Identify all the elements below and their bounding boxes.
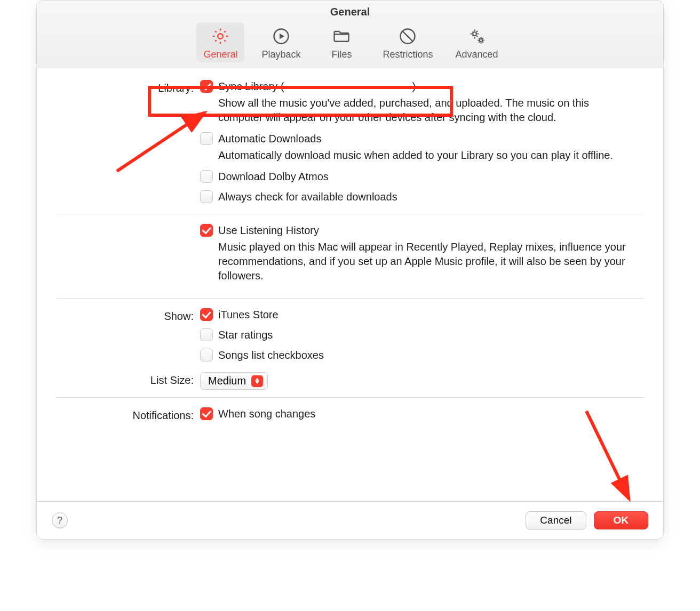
cancel-button[interactable]: Cancel — [526, 511, 586, 529]
always-check-checkbox[interactable] — [200, 190, 213, 203]
list-size-value: Medium — [208, 375, 246, 387]
footer: ? Cancel OK — [37, 501, 663, 539]
itunes-store-row: iTunes Store — [200, 308, 644, 321]
tab-general[interactable]: General — [196, 22, 244, 62]
listening-history-checkbox[interactable] — [200, 224, 213, 237]
always-check-row: Always check for available downloads — [200, 190, 644, 203]
tab-files[interactable]: Files — [317, 22, 365, 62]
tab-label: General — [203, 49, 237, 60]
list-size-label: List Size: — [56, 372, 200, 390]
divider — [56, 397, 644, 398]
sync-library-text-before: Sync Library ( — [218, 81, 284, 92]
gear-icon — [210, 26, 231, 47]
gears-icon — [466, 26, 488, 47]
tab-label: Playback — [261, 49, 300, 60]
sync-library-label: Sync Library () — [218, 81, 416, 93]
ok-button[interactable]: OK — [594, 511, 649, 529]
chevron-up-down-icon — [251, 375, 263, 387]
song-changes-row: When song changes — [200, 407, 644, 420]
listening-history-row: Use Listening History — [200, 224, 644, 237]
tab-label: Files — [331, 49, 352, 60]
itunes-store-checkbox[interactable] — [200, 308, 213, 321]
sync-library-row: Sync Library () — [200, 80, 644, 93]
tab-label: Advanced — [456, 49, 498, 60]
notifications-label: Notifications: — [56, 407, 200, 423]
dolby-row: Download Dolby Atmos — [200, 170, 644, 183]
library-section: Library: Sync Library () Show all the mu… — [56, 80, 644, 206]
svg-point-0 — [218, 34, 224, 39]
notifications-section: Notifications: When song changes — [56, 407, 644, 423]
sync-library-text-after: ) — [412, 81, 416, 92]
help-button[interactable]: ? — [52, 512, 68, 528]
tab-restrictions[interactable]: Restrictions — [377, 22, 438, 62]
always-check-label: Always check for available downloads — [218, 191, 397, 203]
songs-checkboxes-checkbox[interactable] — [200, 349, 213, 361]
library-label: Library: — [56, 80, 200, 206]
redacted-account — [284, 82, 412, 92]
songs-checkboxes-row: Songs list checkboxes — [200, 349, 644, 361]
auto-downloads-row: Automatic Downloads — [200, 132, 644, 145]
divider — [56, 298, 644, 299]
folder-icon — [331, 26, 352, 47]
content-area: Library: Sync Library () Show all the mu… — [37, 68, 663, 501]
song-changes-checkbox[interactable] — [200, 407, 213, 420]
songs-checkboxes-label: Songs list checkboxes — [218, 349, 324, 361]
tab-playback[interactable]: Playback — [256, 22, 306, 62]
show-section: Show: iTunes Store Star ratings Songs li… — [56, 308, 644, 369]
itunes-store-label: iTunes Store — [218, 309, 279, 321]
window-header: General General Playback Files — [37, 1, 663, 68]
no-symbol-icon — [397, 26, 418, 47]
dolby-label: Download Dolby Atmos — [218, 171, 329, 183]
svg-point-4 — [479, 39, 482, 42]
auto-downloads-label: Automatic Downloads — [218, 133, 321, 145]
sync-library-checkbox[interactable] — [200, 80, 213, 93]
listening-history-desc: Music played on this Mac will appear in … — [218, 240, 634, 283]
tab-bar: General Playback Files Restrictions — [37, 22, 663, 62]
listening-history-label: Use Listening History — [218, 224, 319, 237]
list-size-select[interactable]: Medium — [200, 372, 268, 390]
help-icon: ? — [57, 515, 62, 526]
preferences-window: General General Playback Files — [36, 0, 664, 540]
listening-section: Use Listening History Music played on th… — [56, 224, 644, 291]
sync-library-desc: Show all the music you've added, purchas… — [218, 96, 634, 125]
star-ratings-checkbox[interactable] — [200, 328, 213, 341]
tab-label: Restrictions — [383, 49, 433, 60]
auto-downloads-checkbox[interactable] — [200, 132, 213, 145]
list-size-section: List Size: Medium — [56, 372, 644, 390]
window-title: General — [37, 6, 663, 18]
play-circle-icon — [271, 26, 292, 47]
tab-advanced[interactable]: Advanced — [450, 22, 504, 62]
divider — [56, 214, 644, 214]
auto-downloads-desc: Automatically download music when added … — [218, 148, 634, 163]
star-ratings-label: Star ratings — [218, 329, 273, 341]
show-label: Show: — [56, 308, 200, 369]
song-changes-label: When song changes — [218, 408, 315, 420]
star-ratings-row: Star ratings — [200, 328, 644, 341]
dolby-checkbox[interactable] — [200, 170, 213, 183]
